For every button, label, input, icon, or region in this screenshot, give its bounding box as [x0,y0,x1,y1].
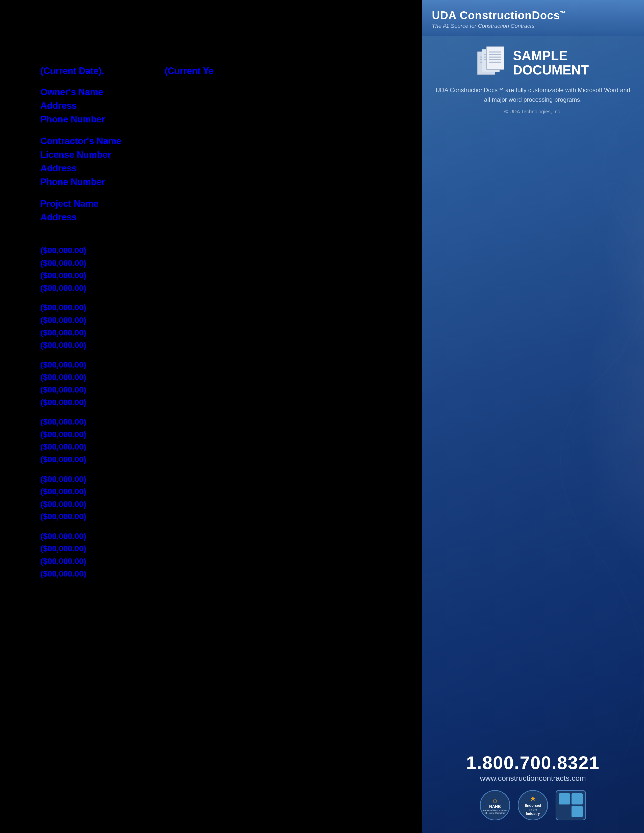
sample-doc-area: SAMPLE DOCUMENT [467,36,599,85]
grid-cell-2 [572,793,583,804]
project-name: Project Name [40,197,422,211]
sidebar-description: UDA ConstructionDocs™ are fully customiz… [422,85,644,105]
amount-group-0: ($00,000.00)($00,000.00)($00,000.00)($00… [40,244,422,294]
sidebar-top: UDA ConstructionDocs™ The #1 Source for … [422,0,644,36]
endorsed-logo: ★ Endorsed by the Industry [518,790,548,820]
document-area: (Current Date), (Current Ye Owner's Name… [0,0,422,833]
amount-group-5: ($00,000.00)($00,000.00)($00,000.00)($00… [40,530,422,580]
sample-label: SAMPLE DOCUMENT [513,48,589,77]
amount-group-2: ($00,000.00)($00,000.00)($00,000.00)($00… [40,359,422,408]
document-icon [477,47,505,79]
amount-5-1: ($00,000.00) [40,542,422,555]
owner-block: Owner's Name Address Phone Number [40,85,422,126]
amount-1-1: ($00,000.00) [40,314,422,326]
amount-3-2: ($00,000.00) [40,441,422,453]
amount-0-3: ($00,000.00) [40,282,422,294]
amount-4-1: ($00,000.00) [40,486,422,498]
line7 [489,51,501,53]
amount-5-3: ($00,000.00) [40,568,422,581]
document-content: (Current Date), (Current Ye Owner's Name… [40,66,422,580]
owner-address: Address [40,99,422,113]
amount-0-1: ($00,000.00) [40,257,422,270]
owner-name: Owner's Name [40,85,422,99]
grid-cell-4 [572,806,583,817]
trademark: ™ [560,10,566,16]
current-date: (Current Date), [40,66,104,76]
grid-cell-3 [559,806,570,817]
amount-1-3: ($00,000.00) [40,339,422,352]
amount-group-3: ($00,000.00)($00,000.00)($00,000.00)($00… [40,416,422,466]
amount-1-2: ($00,000.00) [40,326,422,339]
amount-group-4: ($00,000.00)($00,000.00)($00,000.00)($00… [40,473,422,523]
line9 [489,56,501,58]
nahb-logo: ⌂ NAHB National Associationof Home Build… [480,790,510,820]
logos-row: ⌂ NAHB National Associationof Home Build… [429,790,636,825]
grid-logo [555,790,586,820]
contractor-address: Address [40,162,422,175]
amounts-section: ($00,000.00)($00,000.00)($00,000.00)($00… [40,244,422,580]
sidebar: UDA ConstructionDocs™ The #1 Source for … [422,0,644,833]
owner-phone: Phone Number [40,113,422,126]
amount-3-0: ($00,000.00) [40,416,422,428]
project-address: Address [40,211,422,224]
contractor-license: License Number [40,148,422,162]
amount-4-3: ($00,000.00) [40,510,422,523]
copyright-text: © UDA Technologies, Inc. [504,109,562,114]
amount-2-3: ($00,000.00) [40,396,422,409]
current-year: (Current Ye [165,66,213,76]
website-url: www.constructioncontracts.com [429,774,636,783]
line8 [489,54,501,55]
paper-front [486,47,504,70]
amount-4-0: ($00,000.00) [40,473,422,486]
amount-5-0: ($00,000.00) [40,530,422,543]
amount-2-2: ($00,000.00) [40,384,422,396]
sidebar-middle-decoration [422,114,644,744]
amount-2-0: ($00,000.00) [40,359,422,371]
phone-number: 1.800.700.8321 [429,754,636,772]
amount-group-1: ($00,000.00)($00,000.00)($00,000.00)($00… [40,301,422,351]
amount-0-2: ($00,000.00) [40,269,422,282]
project-block: Project Name Address [40,197,422,224]
amount-2-1: ($00,000.00) [40,371,422,384]
amount-4-2: ($00,000.00) [40,498,422,511]
amount-1-0: ($00,000.00) [40,301,422,314]
amount-3-3: ($00,000.00) [40,453,422,466]
amount-3-1: ($00,000.00) [40,428,422,441]
amount-0-0: ($00,000.00) [40,244,422,257]
grid-cell-1 [559,793,570,804]
sidebar-bottom: 1.800.700.8321 www.constructioncontracts… [422,744,644,833]
contractor-phone: Phone Number [40,175,422,189]
brand-title: UDA ConstructionDocs™ [432,9,634,22]
contractor-name: Contractor's Name [40,134,422,148]
brand-subtitle: The #1 Source for Construction Contracts [432,23,634,29]
line10 [489,59,501,60]
contractor-block: Contractor's Name License Number Address… [40,134,422,189]
amount-5-2: ($00,000.00) [40,555,422,568]
date-line: (Current Date), (Current Ye [40,66,422,76]
line11 [489,61,501,63]
